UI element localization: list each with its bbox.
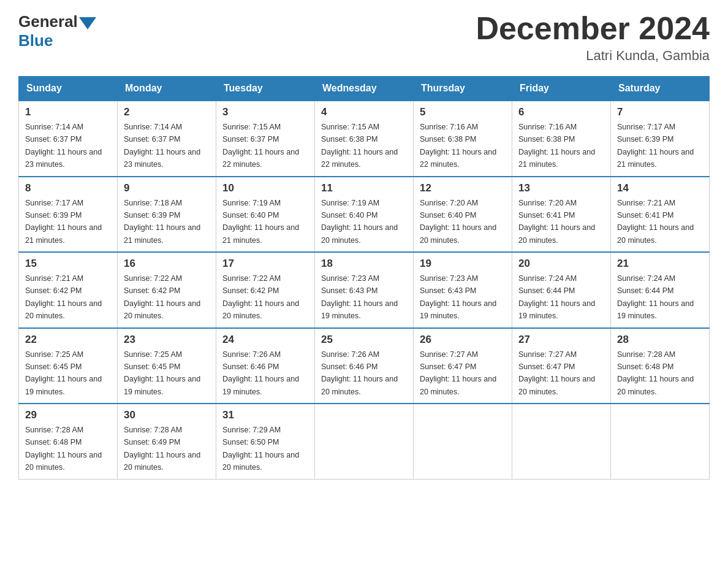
calendar-day-cell: 28 Sunrise: 7:28 AMSunset: 6:48 PMDaylig…: [611, 328, 710, 404]
calendar-day-cell: 24 Sunrise: 7:26 AMSunset: 6:46 PMDaylig…: [216, 328, 315, 404]
day-info: Sunrise: 7:25 AMSunset: 6:45 PMDaylight:…: [124, 350, 200, 396]
calendar-day-cell: 18 Sunrise: 7:23 AMSunset: 6:43 PMDaylig…: [315, 252, 414, 328]
day-number: 5: [420, 106, 506, 118]
day-number: 6: [518, 106, 604, 118]
day-number: 4: [321, 106, 407, 118]
day-number: 24: [222, 334, 308, 346]
calendar-week-row: 15 Sunrise: 7:21 AMSunset: 6:42 PMDaylig…: [19, 252, 710, 328]
calendar-day-cell: 17 Sunrise: 7:22 AMSunset: 6:42 PMDaylig…: [216, 252, 315, 328]
day-number: 9: [124, 182, 210, 194]
day-number: 8: [25, 182, 111, 194]
calendar-header-row: SundayMondayTuesdayWednesdayThursdayFrid…: [19, 77, 710, 101]
day-info: Sunrise: 7:16 AMSunset: 6:38 PMDaylight:…: [420, 123, 496, 169]
day-number: 17: [222, 258, 308, 270]
day-info: Sunrise: 7:22 AMSunset: 6:42 PMDaylight:…: [222, 274, 299, 320]
calendar-day-cell: 4 Sunrise: 7:15 AMSunset: 6:38 PMDayligh…: [315, 101, 414, 177]
day-info: Sunrise: 7:25 AMSunset: 6:45 PMDaylight:…: [25, 350, 102, 396]
calendar-week-row: 8 Sunrise: 7:17 AMSunset: 6:39 PMDayligh…: [19, 177, 710, 253]
calendar-day-cell: 22 Sunrise: 7:25 AMSunset: 6:45 PMDaylig…: [19, 328, 118, 404]
calendar-day-cell: 26 Sunrise: 7:27 AMSunset: 6:47 PMDaylig…: [414, 328, 512, 404]
day-info: Sunrise: 7:22 AMSunset: 6:42 PMDaylight:…: [124, 274, 200, 320]
day-number: 23: [124, 334, 210, 346]
calendar-header-wednesday: Wednesday: [315, 77, 414, 101]
calendar-day-cell: 29 Sunrise: 7:28 AMSunset: 6:48 PMDaylig…: [19, 404, 118, 479]
logo-triangle-icon: [79, 17, 96, 29]
calendar-day-cell: 2 Sunrise: 7:14 AMSunset: 6:37 PMDayligh…: [118, 101, 216, 177]
calendar-day-cell: 12 Sunrise: 7:20 AMSunset: 6:40 PMDaylig…: [414, 177, 512, 253]
calendar-day-cell: 3 Sunrise: 7:15 AMSunset: 6:37 PMDayligh…: [216, 101, 315, 177]
day-number: 15: [25, 258, 111, 270]
day-info: Sunrise: 7:28 AMSunset: 6:49 PMDaylight:…: [124, 426, 200, 472]
day-info: Sunrise: 7:19 AMSunset: 6:40 PMDaylight:…: [321, 199, 398, 245]
title-area: December 2024 Latri Kunda, Gambia: [476, 12, 710, 64]
page-header: General Blue December 2024 Latri Kunda, …: [18, 12, 710, 64]
day-info: Sunrise: 7:20 AMSunset: 6:41 PMDaylight:…: [518, 199, 595, 245]
day-info: Sunrise: 7:16 AMSunset: 6:38 PMDaylight:…: [518, 123, 595, 169]
calendar-header-friday: Friday: [512, 77, 611, 101]
day-number: 16: [124, 258, 210, 270]
day-info: Sunrise: 7:15 AMSunset: 6:38 PMDaylight:…: [321, 123, 398, 169]
logo-general-text: General: [18, 12, 78, 31]
day-info: Sunrise: 7:17 AMSunset: 6:39 PMDaylight:…: [25, 199, 102, 245]
day-info: Sunrise: 7:26 AMSunset: 6:46 PMDaylight:…: [321, 350, 398, 396]
calendar-day-cell: 25 Sunrise: 7:26 AMSunset: 6:46 PMDaylig…: [315, 328, 414, 404]
calendar-day-cell: 31 Sunrise: 7:29 AMSunset: 6:50 PMDaylig…: [216, 404, 315, 479]
day-info: Sunrise: 7:26 AMSunset: 6:46 PMDaylight:…: [222, 350, 299, 396]
day-info: Sunrise: 7:14 AMSunset: 6:37 PMDaylight:…: [25, 123, 102, 169]
logo: General Blue: [18, 12, 97, 50]
day-info: Sunrise: 7:15 AMSunset: 6:37 PMDaylight:…: [222, 123, 299, 169]
calendar-header-thursday: Thursday: [414, 77, 512, 101]
calendar-day-cell: [414, 404, 512, 479]
calendar-day-cell: [512, 404, 611, 479]
day-info: Sunrise: 7:28 AMSunset: 6:48 PMDaylight:…: [25, 426, 102, 472]
calendar-day-cell: 27 Sunrise: 7:27 AMSunset: 6:47 PMDaylig…: [512, 328, 611, 404]
calendar-day-cell: 13 Sunrise: 7:20 AMSunset: 6:41 PMDaylig…: [512, 177, 611, 253]
day-number: 7: [617, 106, 703, 118]
day-number: 21: [617, 258, 703, 270]
day-number: 27: [518, 334, 604, 346]
calendar-day-cell: 20 Sunrise: 7:24 AMSunset: 6:44 PMDaylig…: [512, 252, 611, 328]
calendar-day-cell: 19 Sunrise: 7:23 AMSunset: 6:43 PMDaylig…: [414, 252, 512, 328]
day-number: 18: [321, 258, 407, 270]
calendar-day-cell: 30 Sunrise: 7:28 AMSunset: 6:49 PMDaylig…: [118, 404, 216, 479]
calendar-day-cell: 5 Sunrise: 7:16 AMSunset: 6:38 PMDayligh…: [414, 101, 512, 177]
calendar-day-cell: 23 Sunrise: 7:25 AMSunset: 6:45 PMDaylig…: [118, 328, 216, 404]
day-info: Sunrise: 7:28 AMSunset: 6:48 PMDaylight:…: [617, 350, 694, 396]
day-info: Sunrise: 7:21 AMSunset: 6:41 PMDaylight:…: [617, 199, 694, 245]
day-number: 25: [321, 334, 407, 346]
calendar-day-cell: 9 Sunrise: 7:18 AMSunset: 6:39 PMDayligh…: [118, 177, 216, 253]
calendar-day-cell: 15 Sunrise: 7:21 AMSunset: 6:42 PMDaylig…: [19, 252, 118, 328]
day-number: 29: [25, 409, 111, 421]
location-subtitle: Latri Kunda, Gambia: [476, 48, 710, 64]
day-info: Sunrise: 7:27 AMSunset: 6:47 PMDaylight:…: [420, 350, 496, 396]
calendar-day-cell: 16 Sunrise: 7:22 AMSunset: 6:42 PMDaylig…: [118, 252, 216, 328]
calendar-day-cell: 11 Sunrise: 7:19 AMSunset: 6:40 PMDaylig…: [315, 177, 414, 253]
calendar-header-monday: Monday: [118, 77, 216, 101]
calendar-day-cell: 8 Sunrise: 7:17 AMSunset: 6:39 PMDayligh…: [19, 177, 118, 253]
day-info: Sunrise: 7:23 AMSunset: 6:43 PMDaylight:…: [420, 274, 496, 320]
month-title: December 2024: [476, 12, 710, 44]
calendar-day-cell: [315, 404, 414, 479]
day-number: 19: [420, 258, 506, 270]
calendar-day-cell: 1 Sunrise: 7:14 AMSunset: 6:37 PMDayligh…: [19, 101, 118, 177]
calendar-header-tuesday: Tuesday: [216, 77, 315, 101]
day-number: 13: [518, 182, 604, 194]
day-info: Sunrise: 7:18 AMSunset: 6:39 PMDaylight:…: [124, 199, 200, 245]
calendar-week-row: 1 Sunrise: 7:14 AMSunset: 6:37 PMDayligh…: [19, 101, 710, 177]
calendar-day-cell: [611, 404, 710, 479]
day-info: Sunrise: 7:27 AMSunset: 6:47 PMDaylight:…: [518, 350, 595, 396]
calendar-week-row: 22 Sunrise: 7:25 AMSunset: 6:45 PMDaylig…: [19, 328, 710, 404]
day-number: 10: [222, 182, 308, 194]
calendar-table: SundayMondayTuesdayWednesdayThursdayFrid…: [18, 76, 710, 480]
calendar-day-cell: 6 Sunrise: 7:16 AMSunset: 6:38 PMDayligh…: [512, 101, 611, 177]
calendar-week-row: 29 Sunrise: 7:28 AMSunset: 6:48 PMDaylig…: [19, 404, 710, 479]
day-info: Sunrise: 7:24 AMSunset: 6:44 PMDaylight:…: [518, 274, 595, 320]
day-number: 31: [222, 409, 308, 421]
calendar-day-cell: 14 Sunrise: 7:21 AMSunset: 6:41 PMDaylig…: [611, 177, 710, 253]
calendar-day-cell: 10 Sunrise: 7:19 AMSunset: 6:40 PMDaylig…: [216, 177, 315, 253]
day-number: 26: [420, 334, 506, 346]
day-number: 3: [222, 106, 308, 118]
day-info: Sunrise: 7:19 AMSunset: 6:40 PMDaylight:…: [222, 199, 299, 245]
day-info: Sunrise: 7:17 AMSunset: 6:39 PMDaylight:…: [617, 123, 694, 169]
logo-blue-text: Blue: [18, 31, 53, 50]
